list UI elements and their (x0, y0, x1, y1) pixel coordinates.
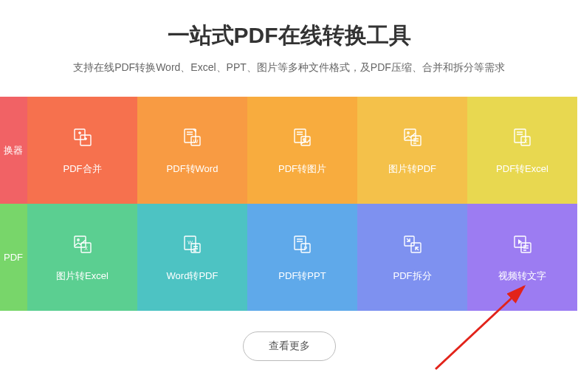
tile-label: PDF转PPT (278, 269, 326, 283)
tile-pdf-split[interactable]: PDF拆分 (357, 204, 467, 311)
tile-pdf-to-word[interactable]: W PDF转Word (137, 97, 247, 204)
page-title: 一站式PDF在线转换工具 (0, 21, 578, 51)
tile-pdf-to-ppt[interactable]: P PDF转PPT (247, 204, 357, 311)
tile-pdf-to-excel[interactable]: X PDF转Excel (467, 97, 577, 204)
tile-label: PDF转Word (167, 162, 219, 176)
view-more-button[interactable]: 查看更多 (243, 331, 336, 361)
svg-point-7 (303, 138, 304, 140)
page-subtitle: 支持在线PDF转换Word、Excel、PPT、图片等多种文件格式，及PDF压缩… (0, 61, 578, 75)
merge-icon (71, 125, 94, 149)
tile-label: PDF转Excel (496, 162, 548, 176)
tile-label: 换器 (4, 144, 23, 157)
tile-label: Word转PDF (167, 269, 219, 283)
pdf-word-icon: W (181, 125, 204, 149)
video-text-icon (511, 233, 534, 256)
tile-label: 图片转PDF (388, 162, 436, 176)
tile-label: 视频转文字 (498, 269, 546, 283)
pdf-ppt-icon: P (291, 233, 314, 256)
tile-label: PDF (4, 252, 23, 263)
svg-text:X: X (523, 139, 527, 144)
tile-pdf[interactable]: PDF (0, 204, 27, 311)
svg-text:X: X (84, 245, 88, 250)
split-icon (401, 233, 424, 256)
tile-label: PDF合并 (63, 162, 102, 176)
tile-image-to-pdf[interactable]: 图片转PDF (357, 97, 467, 204)
tile-label: PDF转图片 (278, 162, 326, 176)
pdf-image-icon (291, 125, 314, 149)
tile-label: PDF拆分 (393, 269, 432, 283)
word-pdf-icon: W (181, 233, 204, 256)
svg-point-9 (407, 131, 408, 133)
tile-image-to-excel[interactable]: X 图片转Excel (27, 204, 137, 311)
svg-text:W: W (187, 240, 193, 245)
tool-grid: 换器 PDF合并 W PDF转Word PDF转图片 图片转PDF (0, 97, 578, 311)
tile-video-to-text[interactable]: 视频转文字 (467, 204, 577, 311)
svg-text:W: W (193, 139, 198, 144)
tile-label: 图片转Excel (56, 269, 109, 283)
svg-point-15 (77, 238, 78, 240)
tile-converter[interactable]: 换器 (0, 97, 27, 204)
tile-pdf-to-image[interactable]: PDF转图片 (247, 97, 357, 204)
pdf-excel-icon: X (511, 125, 534, 149)
image-pdf-icon (401, 125, 424, 149)
svg-text:P: P (303, 246, 307, 251)
image-excel-icon: X (71, 233, 94, 256)
tile-pdf-merge[interactable]: PDF合并 (27, 97, 137, 204)
tile-word-to-pdf[interactable]: W Word转PDF (137, 204, 247, 311)
